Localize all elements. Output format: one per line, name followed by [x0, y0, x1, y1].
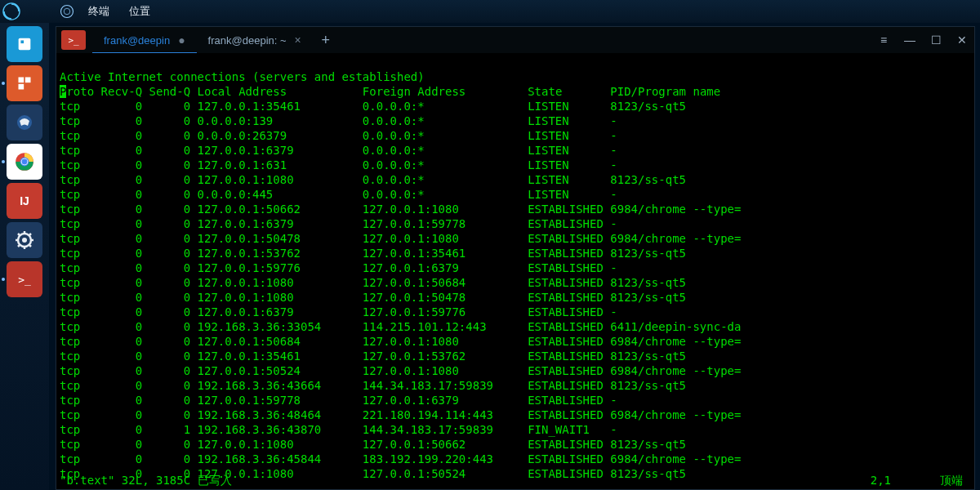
svg-rect-5 — [19, 78, 24, 83]
close-icon[interactable]: × — [295, 33, 301, 47]
svg-line-21 — [18, 234, 20, 235]
tab-label: frank@deepin — [104, 34, 170, 47]
svg-point-1 — [61, 6, 74, 18]
dock-app-2[interactable] — [7, 65, 42, 101]
maximize-button[interactable]: ☐ — [929, 33, 943, 47]
menu-location[interactable]: 位置 — [119, 4, 160, 19]
close-icon[interactable]: ● — [178, 33, 185, 47]
menu-terminal[interactable]: 终端 — [78, 4, 119, 19]
svg-line-23 — [18, 245, 20, 247]
svg-point-14 — [22, 159, 28, 165]
tab-label: frank@deepin: ~ — [208, 34, 287, 47]
terminal-tab-1[interactable]: frank@deepin ● — [92, 27, 197, 53]
svg-rect-4 — [20, 40, 24, 43]
svg-line-22 — [29, 245, 31, 247]
terminal-app-icon: >_ — [61, 30, 86, 50]
new-tab-button[interactable]: + — [313, 32, 339, 49]
window-controls: ≡ — ☐ ✕ — [876, 27, 969, 53]
dock-app-thunderbird[interactable] — [7, 105, 42, 140]
terminal-window: >_ frank@deepin ● frank@deepin: ~ × + ≡ … — [56, 26, 975, 490]
minimize-button[interactable]: — — [902, 33, 917, 47]
terminal-output[interactable]: Active Internet connections (servers and… — [56, 53, 974, 489]
system-top-bar: 终端 位置 — [0, 0, 980, 23]
netstat-title: Active Internet connections (servers and… — [60, 69, 971, 84]
svg-point-16 — [22, 238, 27, 243]
hamburger-icon[interactable]: ≡ — [876, 33, 891, 47]
status-file: "b.text" 32L, 3185C 已写入 — [60, 473, 232, 488]
vim-status-line: "b.text" 32L, 3185C 已写入 2,1 顶端 — [60, 473, 971, 488]
dock-app-1[interactable] — [7, 26, 42, 62]
svg-rect-7 — [19, 84, 24, 90]
terminal-tab-2[interactable]: frank@deepin: ~ × — [197, 27, 313, 53]
svg-rect-3 — [19, 38, 31, 51]
dock-app-settings[interactable] — [7, 222, 42, 258]
deepin-logo-icon[interactable] — [0, 0, 23, 23]
dock-panel: IJ >_ — [0, 23, 49, 490]
svg-line-24 — [29, 234, 31, 235]
terminal-tab-bar: >_ frank@deepin ● frank@deepin: ~ × + ≡ … — [56, 27, 974, 53]
svg-point-2 — [64, 8, 70, 15]
dock-app-terminal[interactable]: >_ — [7, 261, 42, 297]
dock-app-chrome[interactable] — [7, 144, 42, 180]
netstat-header-row: Proto Recv-Q Send-Q Local Address Foreig… — [60, 84, 971, 99]
app-indicator-icon — [56, 4, 78, 19]
status-location: 顶端 — [940, 473, 963, 488]
svg-rect-6 — [25, 78, 31, 83]
close-button[interactable]: ✕ — [955, 33, 969, 47]
status-position: 2,1 — [871, 473, 891, 488]
dock-app-intellij[interactable]: IJ — [7, 183, 42, 219]
